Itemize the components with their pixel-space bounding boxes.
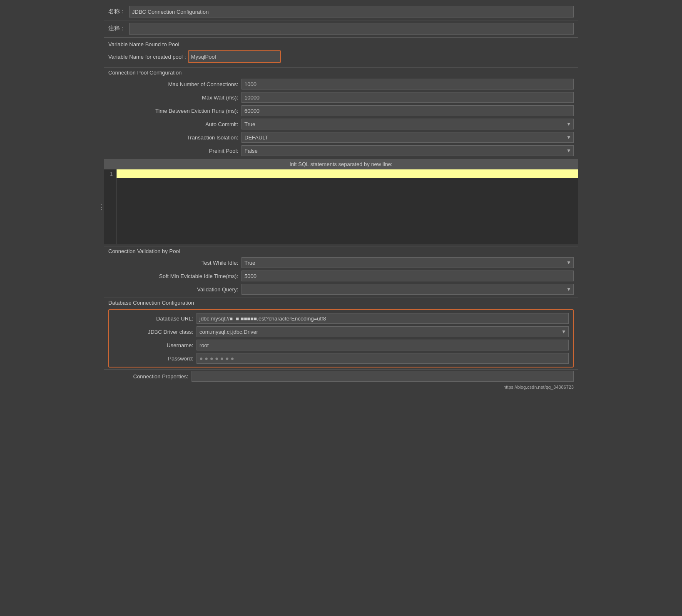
comment-label: 注释：: [108, 25, 126, 32]
pool-config-section: Connection Pool Configuration Max Number…: [104, 67, 578, 157]
config-input-max-wait[interactable]: [241, 92, 574, 103]
variable-created-colon: :: [184, 54, 186, 60]
variable-created-input[interactable]: [189, 51, 280, 62]
conn-prop-input[interactable]: [192, 371, 574, 382]
init-sql-editor: 1: [104, 169, 578, 244]
line-number-1: 1: [107, 171, 113, 177]
config-row-transaction: Transaction Isolation: DEFAULT TRANSACTI…: [104, 131, 578, 144]
line-numbers: 1: [104, 169, 117, 244]
config-label-validation-query: Validation Query:: [108, 286, 241, 293]
sql-line-highlight: [117, 169, 578, 178]
db-config-input-username[interactable]: [197, 340, 569, 350]
db-connection-section: Database Connection Configuration Databa…: [104, 298, 578, 368]
conn-prop-label: Connection Properties:: [108, 373, 192, 380]
validation-section: Connection Validation by Pool Test While…: [104, 246, 578, 296]
config-label-preinit: Preinit Pool:: [108, 148, 241, 154]
config-row-soft-min: Soft Min Evictable Idle Time(ms):: [104, 269, 578, 283]
db-config-label-username: Username:: [113, 342, 197, 348]
sql-content[interactable]: [117, 169, 578, 244]
db-config-input-url[interactable]: [197, 313, 569, 324]
config-row-max-connections: Max Number of Connections:: [104, 77, 578, 91]
config-row-validation-query: Validation Query: ▼: [104, 283, 578, 296]
config-select-transaction-wrapper: DEFAULT TRANSACTION_NONE TRANSACTION_REA…: [241, 132, 574, 143]
name-label: 名称：: [108, 8, 126, 15]
db-config-row-driver: JDBC Driver class: com.mysql.cj.jdbc.Dri…: [109, 325, 573, 338]
db-config-row-url: Database URL:: [109, 312, 573, 325]
footer-text: https://blog.csdn.net/qq_34386723: [503, 385, 574, 390]
config-select-preinit-wrapper: False True ▼: [241, 145, 574, 156]
variable-created-label: Variable Name for created pool: [108, 54, 183, 60]
config-input-eviction[interactable]: [241, 105, 574, 116]
db-config-row-username: Username:: [109, 338, 573, 352]
init-sql-editor-wrapper: ⋮ 1: [104, 169, 578, 244]
footer-bar: https://blog.csdn.net/qq_34386723: [104, 383, 578, 391]
comment-row: 注释：: [104, 20, 578, 37]
pool-config-header: Connection Pool Configuration: [104, 67, 578, 77]
comment-input[interactable]: [129, 23, 574, 35]
config-row-preinit: Preinit Pool: False True ▼: [104, 144, 578, 157]
config-label-max-connections: Max Number of Connections:: [108, 81, 241, 87]
config-row-test-idle: Test While Idle: True False ▼: [104, 256, 578, 269]
config-row-max-wait: Max Wait (ms):: [104, 91, 578, 104]
config-row-eviction: Time Between Eviction Runs (ms):: [104, 104, 578, 117]
config-select-auto-commit-wrapper: True False ▼: [241, 119, 574, 129]
config-label-auto-commit: Auto Commit:: [108, 121, 241, 127]
conn-properties-row: Connection Properties:: [104, 369, 578, 383]
config-label-transaction: Transaction Isolation:: [108, 134, 241, 141]
db-config-label-password: Password:: [113, 355, 197, 362]
config-label-eviction: Time Between Eviction Runs (ms):: [108, 108, 241, 114]
config-select-validation-query-wrapper: ▼: [241, 284, 574, 295]
variable-created-row: Variable Name for created pool :: [104, 49, 578, 64]
variable-bound-label: Variable Name Bound to Pool: [104, 40, 578, 49]
config-select-validation-query[interactable]: [241, 284, 574, 295]
variable-section: Variable Name Bound to Pool Variable Nam…: [104, 37, 578, 66]
db-connection-inner: Database URL: JDBC Driver class: com.mys…: [108, 309, 574, 368]
config-row-auto-commit: Auto Commit: True False ▼: [104, 117, 578, 131]
db-select-driver-wrapper: com.mysql.cj.jdbc.Driver ▼: [197, 326, 569, 337]
config-label-test-idle: Test While Idle:: [108, 260, 241, 266]
variable-created-input-wrapper: [188, 50, 281, 63]
config-label-soft-min: Soft Min Evictable Idle Time(ms):: [108, 273, 241, 279]
config-select-transaction[interactable]: DEFAULT TRANSACTION_NONE TRANSACTION_REA…: [241, 132, 574, 143]
name-input[interactable]: [129, 6, 574, 17]
db-select-driver[interactable]: com.mysql.cj.jdbc.Driver: [197, 326, 569, 337]
db-config-label-url: Database URL:: [113, 315, 197, 322]
config-select-test-idle-wrapper: True False ▼: [241, 257, 574, 268]
config-label-max-wait: Max Wait (ms):: [108, 94, 241, 101]
db-config-label-driver: JDBC Driver class:: [113, 329, 197, 335]
config-input-soft-min[interactable]: [241, 271, 574, 281]
config-select-test-idle[interactable]: True False: [241, 257, 574, 268]
db-config-row-password: Password: ●●●●●●●: [109, 352, 573, 365]
init-sql-header: Init SQL statements separated by new lin…: [104, 159, 578, 169]
config-select-preinit[interactable]: False True: [241, 145, 574, 156]
name-row: 名称：: [104, 3, 578, 20]
config-select-auto-commit[interactable]: True False: [241, 119, 574, 129]
init-sql-section: Init SQL statements separated by new lin…: [104, 159, 578, 244]
db-connection-header: Database Connection Configuration: [104, 298, 578, 308]
validation-header: Connection Validation by Pool: [104, 246, 578, 256]
config-input-max-connections[interactable]: [241, 79, 574, 89]
drag-handle-icon[interactable]: ⋮: [98, 203, 105, 211]
password-dots-display[interactable]: ●●●●●●●: [197, 353, 569, 364]
